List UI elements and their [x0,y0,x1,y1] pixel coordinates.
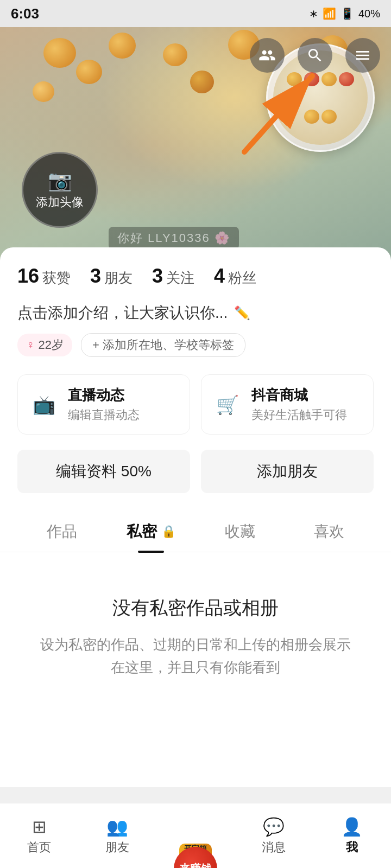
nav-profile[interactable]: 👤 我 [313,803,391,868]
messages-icon: 💬 [263,816,285,837]
tab-works-label: 作品 [47,521,77,542]
fruit-decoration [163,43,187,66]
followers-count: 4 [214,265,225,288]
likes-label: 获赞 [42,269,71,288]
shop-title: 抖音商城 [251,386,347,405]
header-icon-group [250,38,380,73]
shop-sub: 美好生活触手可得 [251,407,347,423]
menu-button[interactable] [345,38,380,73]
nav-friends-icon: 👥 [106,816,128,837]
empty-state: 没有私密作品或相册 设为私密的作品、过期的日常和上传的相册会展示在这里，并且只有… [17,552,374,711]
status-bar: 6:03 ∗ 📶 📱 40% [0,0,391,27]
battery-text: 40% [358,8,380,20]
live-sub: 编辑直播动态 [68,407,140,423]
stat-friends[interactable]: 3 朋友 [90,265,133,288]
tags-row: ♀ 22岁 + 添加所在地、学校等标签 [17,333,374,357]
shop-info: 抖音商城 美好生活触手可得 [251,386,347,423]
wifi-icon: 📶 [323,7,336,20]
nav-home[interactable]: ⊞ 首页 [0,803,78,868]
following-label: 关注 [166,269,194,288]
live-info: 直播动态 编辑直播动态 [68,386,140,423]
edit-bio-icon[interactable]: ✏️ [234,305,250,321]
gender-icon: ♀ [26,338,35,352]
feature-live[interactable]: 📺 直播动态 编辑直播动态 [17,374,190,435]
search-button[interactable] [298,38,332,73]
content-tabs: 作品 私密 🔒 收藏 喜欢 [0,510,391,552]
add-tag-button[interactable]: + 添加所在地、学校等标签 [81,333,245,357]
fruit-decoration [43,38,76,68]
likes-count: 16 [17,265,39,288]
nav-messages-label: 消息 [262,839,286,856]
menu-icon [354,47,371,64]
signal-icon: 📱 [340,7,354,20]
empty-title: 没有私密作品或相册 [39,596,352,621]
bio-text: 点击添加介绍，让大家认识你... [17,303,228,323]
nav-friends[interactable]: 👥 朋友 [78,803,156,868]
gender-age-text: 22岁 [39,337,64,353]
nav-messages[interactable]: 💬 消息 [235,803,313,868]
tab-favorites-label: 收藏 [225,521,255,542]
stat-likes[interactable]: 16 获赞 [17,265,71,288]
nav-profile-label: 我 [346,839,358,856]
stat-following[interactable]: 3 关注 [152,265,194,288]
bluetooth-icon: ∗ [309,7,318,20]
lock-icon: 🔒 [161,525,176,539]
bottom-navigation: ⊞ 首页 👥 朋友 开宝箱 来赚钱 💬 消息 👤 我 [0,803,391,868]
fruit-decoration [76,60,102,84]
earn-badge: 开宝箱 来赚钱 [163,837,228,869]
status-icons: ∗ 📶 📱 40% [309,7,380,20]
friends-button[interactable] [250,38,285,73]
friends-label: 朋友 [104,269,133,288]
profile-icon: 👤 [341,816,363,837]
live-icon: 📺 [29,390,59,420]
stat-followers[interactable]: 4 粉丝 [214,265,256,288]
edit-profile-button[interactable]: 编辑资料 50% [17,450,190,493]
action-row: 编辑资料 50% 添加朋友 [17,450,374,493]
tab-private-label: 私密 [127,521,157,542]
earn-label: 来赚钱 [179,861,212,868]
followers-label: 粉丝 [228,269,256,288]
tab-private[interactable]: 私密 🔒 [106,510,195,552]
tab-likes-label: 喜欢 [314,521,344,542]
fruit-decoration [190,71,214,93]
nav-friends-label: 朋友 [105,839,129,856]
feature-shop[interactable]: 🛒 抖音商城 美好生活触手可得 [201,374,374,435]
empty-description: 设为私密的作品、过期的日常和上传的相册会展示在这里，并且只有你能看到 [39,634,352,679]
nav-home-label: 首页 [27,839,51,856]
feature-row: 📺 直播动态 编辑直播动态 🛒 抖音商城 美好生活触手可得 [17,374,374,435]
cover-area: 📷 添加头像 你好 LLY10336 🌸 [0,27,391,260]
search-icon [306,47,324,64]
add-friend-button[interactable]: 添加朋友 [201,450,374,493]
tab-works[interactable]: 作品 [17,510,106,552]
live-title: 直播动态 [68,386,140,405]
camera-icon: 📷 [48,169,72,192]
friends-icon [258,47,276,64]
profile-section: 16 获赞 3 朋友 3 关注 4 粉丝 点击添加介绍，让大家认识你... ✏️… [0,247,391,787]
username-blurred: 你好 LLY10336 🌸 [117,231,230,245]
gender-tag: ♀ 22岁 [17,334,72,356]
fruit-decoration [109,33,136,59]
following-count: 3 [152,265,163,288]
tab-favorites[interactable]: 收藏 [195,510,285,552]
username-area: 你好 LLY10336 🌸 [109,227,239,250]
avatar-area[interactable]: 📷 添加头像 [22,152,98,228]
friends-count: 3 [90,265,101,288]
fruit-decoration [33,81,54,102]
status-time: 6:03 [11,5,39,22]
add-avatar-label: 添加头像 [36,194,84,210]
tab-likes[interactable]: 喜欢 [285,510,374,552]
stats-row: 16 获赞 3 朋友 3 关注 4 粉丝 [17,265,374,288]
bio-row[interactable]: 点击添加介绍，让大家认识你... ✏️ [17,303,374,323]
add-tag-label: + 添加所在地、学校等标签 [92,338,234,352]
shop-icon: 🛒 [212,390,243,420]
home-icon: ⊞ [32,816,47,837]
avatar-button[interactable]: 📷 添加头像 [22,152,98,228]
